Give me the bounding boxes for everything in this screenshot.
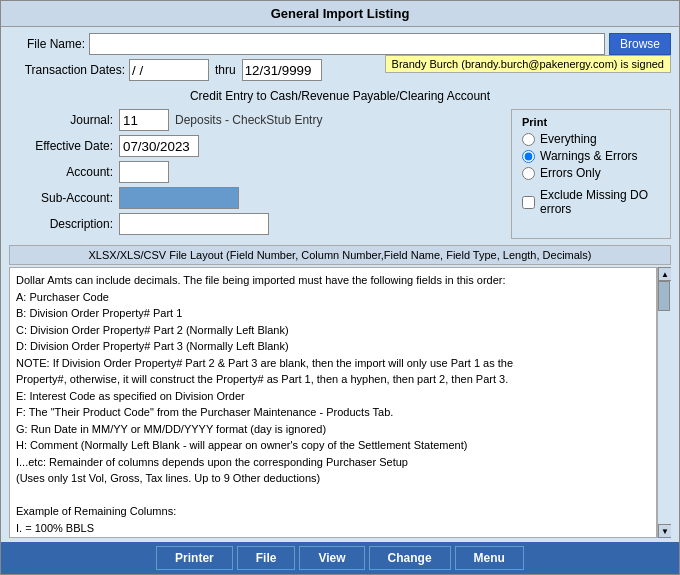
sub-account-input[interactable] xyxy=(119,187,239,209)
description-row: Description: xyxy=(9,213,491,235)
journal-description: Deposits - CheckStub Entry xyxy=(175,113,322,127)
account-row: Account: xyxy=(9,161,491,183)
title-text: General Import Listing xyxy=(271,6,410,21)
account-label: Account: xyxy=(9,165,119,179)
text-content-area[interactable]: Dollar Amts can include decimals. The fi… xyxy=(9,267,657,538)
exclude-missing-label: Exclude Missing DO errors xyxy=(540,188,660,216)
form-section: Journal: Deposits - CheckStub Entry Effe… xyxy=(9,109,671,239)
account-input[interactable] xyxy=(119,161,169,183)
file-name-row: File Name: Browse Brandy Burch (brandy.b… xyxy=(9,33,671,55)
browse-button[interactable]: Browse xyxy=(609,33,671,55)
transaction-start-date[interactable] xyxy=(129,59,209,81)
file-button[interactable]: File xyxy=(237,546,296,570)
scroll-track xyxy=(658,281,671,524)
left-form: Journal: Deposits - CheckStub Entry Effe… xyxy=(9,109,491,239)
journal-label: Journal: xyxy=(9,113,119,127)
effective-date-row: Effective Date: xyxy=(9,135,491,157)
description-label: Description: xyxy=(9,217,119,231)
scroll-up-btn[interactable]: ▲ xyxy=(658,267,671,281)
journal-row: Journal: Deposits - CheckStub Entry xyxy=(9,109,491,131)
transaction-dates-label: Transaction Dates: xyxy=(9,63,129,77)
radio-warnings: Warnings & Errors xyxy=(522,149,660,163)
view-button[interactable]: View xyxy=(299,546,364,570)
scrollbar[interactable]: ▲ ▼ xyxy=(657,267,671,538)
effective-date-input[interactable] xyxy=(119,135,199,157)
exclude-missing-checkbox[interactable] xyxy=(522,196,535,209)
effective-date-label: Effective Date: xyxy=(9,139,119,153)
file-name-input[interactable] xyxy=(89,33,605,55)
journal-input[interactable] xyxy=(119,109,169,131)
sub-account-row: Sub-Account: xyxy=(9,187,491,209)
printer-button[interactable]: Printer xyxy=(156,546,233,570)
window-title: General Import Listing xyxy=(1,1,679,27)
content-area: File Name: Browse Brandy Burch (brandy.b… xyxy=(1,27,679,538)
radio-errors-only-input[interactable] xyxy=(522,167,535,180)
text-scroll-container: Dollar Amts can include decimals. The fi… xyxy=(9,267,671,538)
radio-everything-input[interactable] xyxy=(522,133,535,146)
scroll-down-btn[interactable]: ▼ xyxy=(658,524,671,538)
sub-account-label: Sub-Account: xyxy=(9,191,119,205)
print-box: Print Everything Warnings & Errors Error… xyxy=(511,109,671,239)
exclude-missing-row: Exclude Missing DO errors xyxy=(522,188,660,216)
xlsx-note: XLSX/XLS/CSV File Layout (Field Number, … xyxy=(9,245,671,265)
radio-errors-only-label: Errors Only xyxy=(540,166,601,180)
file-name-label: File Name: xyxy=(9,37,89,51)
scroll-thumb[interactable] xyxy=(658,281,670,311)
tooltip-banner: Brandy Burch (brandy.burch@pakenergy.com… xyxy=(385,55,671,73)
menu-button[interactable]: Menu xyxy=(455,546,524,570)
transaction-end-date[interactable] xyxy=(242,59,322,81)
radio-errors-only: Errors Only xyxy=(522,166,660,180)
tooltip-text: Brandy Burch (brandy.burch@pakenergy.com… xyxy=(392,58,664,70)
thru-label: thru xyxy=(215,63,236,77)
print-box-title: Print xyxy=(522,116,660,128)
section-header: Credit Entry to Cash/Revenue Payable/Cle… xyxy=(9,89,671,103)
radio-warnings-label: Warnings & Errors xyxy=(540,149,638,163)
change-button[interactable]: Change xyxy=(369,546,451,570)
radio-everything-label: Everything xyxy=(540,132,597,146)
bottom-toolbar: Printer File View Change Menu xyxy=(1,542,679,574)
radio-everything: Everything xyxy=(522,132,660,146)
description-input[interactable] xyxy=(119,213,269,235)
main-window: General Import Listing File Name: Browse… xyxy=(0,0,680,575)
radio-warnings-input[interactable] xyxy=(522,150,535,163)
